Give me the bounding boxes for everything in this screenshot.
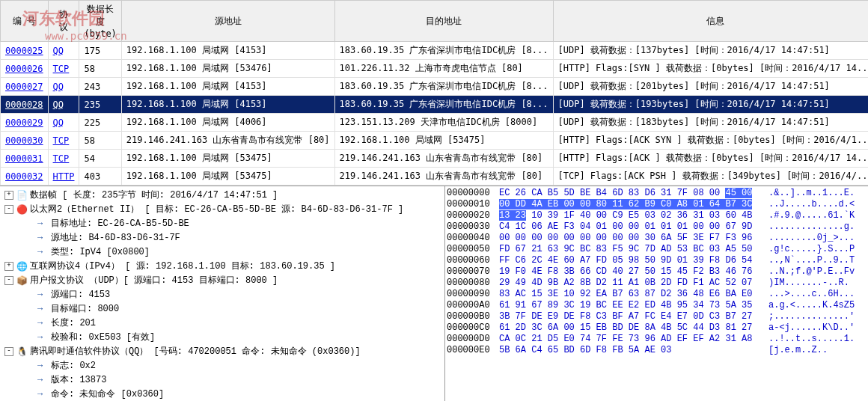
proto-link[interactable]: HTTP — [53, 171, 75, 182]
table-row[interactable]: 0000030TCP58219.146.241.163 山东省青岛市有线宽带 [… — [1, 132, 869, 150]
hex-row[interactable]: 00000060FF C6 2C 4E 60 A7 FD 05 98 50 9D… — [447, 255, 867, 266]
tree-node[interactable]: →源地址: B4-6D-83-D6-31-7F — [1, 230, 443, 245]
cell-info: [UDP] 载荷数据：[193bytes] [时间：2016/4/17 14:4… — [553, 96, 868, 114]
tree-node[interactable]: →版本: 13873 — [1, 373, 443, 387]
packet-link[interactable]: 0000029 — [5, 117, 43, 128]
collapse-icon[interactable]: - — [4, 205, 13, 214]
packet-link[interactable]: 0000031 — [5, 153, 43, 164]
proto-link[interactable]: QQ — [53, 100, 64, 110]
packet-link[interactable]: 0000027 — [5, 82, 43, 92]
hex-bytes: 3B 7F DE E9 DE F8 C3 BF A7 FC E4 E7 0D C… — [499, 311, 768, 322]
hex-row[interactable]: 000000E05B 6A C4 65 BD 6D F8 FB 5A AE 03… — [447, 345, 867, 356]
hex-row[interactable]: 000000C061 2D 3C 6A 00 15 EB BD DE 8A 4B… — [447, 322, 867, 334]
packet-link[interactable]: 0000026 — [5, 64, 43, 74]
cell-num: 0000029 — [1, 114, 49, 132]
hex-row[interactable]: 0000001000 DD 4A EB 00 00 80 11 62 B9 C0… — [447, 199, 867, 210]
hex-row[interactable]: 0000008029 49 4D 9B A2 8B D2 11 A1 0B 2D… — [447, 278, 867, 289]
tree-label: 源端口: 4153 — [51, 288, 110, 301]
arrow-icon: → — [37, 318, 48, 328]
hex-row[interactable]: 000000B03B 7F DE E9 DE F8 C3 BF A7 FC E4… — [447, 311, 867, 322]
tree-node[interactable]: →长度: 201 — [1, 316, 443, 330]
cell-dst: 183.60.19.35 广东省深圳市电信IDC机房 [8... — [334, 96, 553, 114]
hex-pane[interactable]: 00000000EC 26 CA B5 5D BE B4 6D 83 D6 31… — [445, 186, 868, 401]
tree-node[interactable]: →命令: 未知命令 [0x0360] — [1, 387, 443, 401]
col-dst[interactable]: 目的地址 — [334, 1, 553, 42]
hex-ascii: ..!..t..s.....1. — [768, 334, 855, 345]
cell-len: 403 — [79, 168, 121, 186]
tree-node[interactable]: →目标地址: EC-26-CA-B5-5D-BE — [1, 216, 443, 230]
cell-num: 0000028 — [1, 96, 49, 114]
proto-link[interactable]: TCP — [53, 135, 70, 146]
cell-len: 243 — [79, 78, 121, 96]
hex-row[interactable]: 0000002013 23 10 39 1F 40 00 C9 E5 03 02… — [447, 210, 867, 221]
hex-row[interactable]: 0000009083 AC 15 3E 10 92 EA B7 63 87 D2… — [447, 289, 867, 300]
hex-row[interactable]: 000000D0CA 0C 21 D5 E0 74 7F FE 73 96 AD… — [447, 334, 867, 345]
col-proto[interactable]: 协 议 — [48, 1, 79, 42]
tree-node[interactable]: →校验和: 0xE503 [有效] — [1, 330, 443, 344]
tree-node[interactable]: +🌐互联网协议4（IPv4） [ 源: 192.168.1.100 目标: 18… — [1, 259, 443, 273]
table-row[interactable]: 0000026TCP58192.168.1.100 局域网 [53476]101… — [1, 60, 869, 78]
hex-row[interactable]: 0000007019 F0 4E F8 3B 66 CD 40 27 50 15… — [447, 266, 867, 278]
collapse-icon[interactable]: - — [4, 347, 13, 356]
proto-link[interactable]: TCP — [53, 153, 70, 164]
cell-dst: 219.146.241.163 山东省青岛市有线宽带 [80] — [334, 168, 553, 186]
hex-bytes: 19 F0 4E F8 3B 66 CD 40 27 50 15 45 F2 B… — [499, 266, 768, 278]
arrow-icon: → — [37, 247, 48, 257]
tree-label: 长度: 201 — [51, 316, 96, 329]
hex-row[interactable]: 00000050FD 67 21 63 9C BC 83 F5 9C 7D AD… — [447, 244, 867, 255]
cell-proto: TCP — [48, 132, 79, 150]
table-row[interactable]: 0000028QQ235192.168.1.100 局域网 [4153]183.… — [1, 96, 869, 114]
cell-num: 0000031 — [1, 150, 49, 168]
tree-node[interactable]: →标志: 0x2 — [1, 358, 443, 373]
table-row[interactable]: 0000032HTTP403192.168.1.100 局域网 [53475]2… — [1, 168, 869, 186]
arrow-icon: → — [37, 290, 48, 300]
tree-node[interactable]: →类型: IpV4 [0x0800] — [1, 245, 443, 259]
proto-link[interactable]: QQ — [53, 117, 64, 128]
cell-proto: QQ — [48, 96, 79, 114]
proto-link[interactable]: QQ — [53, 46, 64, 56]
tree-node[interactable]: -🐧腾讯即时通信软件协议（QQ） [号码: 470200051 命令: 未知命令… — [1, 344, 443, 358]
col-info[interactable]: 信息 — [553, 1, 868, 42]
hex-offset: 00000090 — [447, 289, 499, 300]
hex-bytes: 29 49 4D 9B A2 8B D2 11 A1 0B 2D FD F1 A… — [499, 278, 768, 289]
packet-link[interactable]: 0000028 — [5, 100, 43, 110]
tree-node[interactable]: →源端口: 4153 — [1, 287, 443, 301]
hex-row[interactable]: 000000A061 91 67 89 3C 19 BC EE E2 ED 4B… — [447, 300, 867, 311]
hex-ascii: .g!c.....}.S...P — [768, 244, 855, 255]
table-row[interactable]: 0000029QQ225192.168.1.100 局域网 [4006]123.… — [1, 114, 869, 132]
hex-row[interactable]: 00000000EC 26 CA B5 5D BE B4 6D 83 D6 31… — [447, 188, 867, 199]
expand-icon[interactable]: + — [4, 262, 13, 271]
col-src[interactable]: 源地址 — [121, 1, 334, 42]
table-row[interactable]: 0000027QQ243192.168.1.100 局域网 [4153]183.… — [1, 78, 869, 96]
tree-node[interactable]: -🔴以太网2（Ethernet II） [ 目标: EC-26-CA-B5-5D… — [1, 202, 443, 216]
hex-offset: 00000080 — [447, 278, 499, 289]
packet-link[interactable]: 0000030 — [5, 135, 43, 146]
hex-bytes: FD 67 21 63 9C BC 83 F5 9C 7D AD 53 BC 0… — [499, 244, 768, 255]
cell-dst: 219.146.241.163 山东省青岛市有线宽带 [80] — [334, 150, 553, 168]
packet-link[interactable]: 0000025 — [5, 46, 43, 56]
packet-link[interactable]: 0000032 — [5, 171, 43, 182]
table-row[interactable]: 0000025QQ175192.168.1.100 局域网 [4153]183.… — [1, 42, 869, 60]
table-row[interactable]: 0000031TCP54192.168.1.100 局域网 [53475]219… — [1, 150, 869, 168]
hex-offset: 000000E0 — [447, 345, 499, 356]
hex-row[interactable]: 0000004000 00 00 00 00 00 00 00 00 30 6A… — [447, 233, 867, 244]
col-len[interactable]: 数据长度(byte) — [79, 1, 121, 42]
tree-node[interactable]: +📄数据帧 [ 长度: 235字节 时间: 2016/4/17 14:47:51… — [1, 188, 443, 202]
hex-bytes: 5B 6A C4 65 BD 6D F8 FB 5A AE 03 — [499, 345, 768, 356]
expand-icon[interactable]: + — [4, 191, 13, 200]
tree-label: 互联网协议4（IPv4） [ 源: 192.168.1.100 目标: 183.… — [30, 260, 335, 272]
proto-link[interactable]: TCP — [53, 64, 70, 74]
ip-icon: 🌐 — [16, 261, 27, 272]
tree-node[interactable]: -📦用户报文协议 （UDP）[ 源端口: 4153 目标端口: 8000 ] — [1, 273, 443, 287]
proto-link[interactable]: QQ — [53, 82, 64, 92]
hex-row[interactable]: 00000030C4 1C 06 AE F3 04 01 00 00 01 01… — [447, 221, 867, 233]
packet-table: 编 号 协 议 数据长度(byte) 源地址 目的地址 信息 0000025QQ… — [0, 0, 868, 186]
hex-bytes: 61 91 67 89 3C 19 BC EE E2 ED 4B 95 34 7… — [499, 300, 768, 311]
hex-offset: 00000020 — [447, 210, 499, 221]
tree-pane[interactable]: +📄数据帧 [ 长度: 235字节 时间: 2016/4/17 14:47:51… — [0, 186, 445, 401]
col-num[interactable]: 编 号 — [1, 1, 49, 42]
collapse-icon[interactable]: - — [4, 276, 13, 285]
hex-ascii: ..............g. — [768, 221, 855, 233]
tree-node[interactable]: →目标端口: 8000 — [1, 301, 443, 316]
arrow-icon: → — [37, 218, 48, 229]
